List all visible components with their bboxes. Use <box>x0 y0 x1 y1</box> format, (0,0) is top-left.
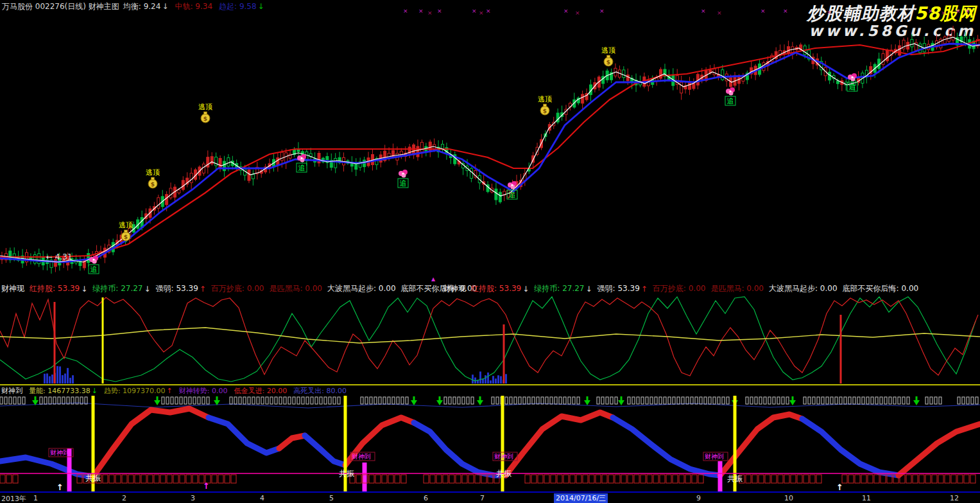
red-grid-box <box>660 475 665 483</box>
tick-box <box>615 397 617 404</box>
red-grid-box <box>692 475 697 483</box>
tick-box <box>884 397 887 404</box>
tick-box <box>930 397 933 404</box>
tick-box <box>49 397 51 404</box>
candlestick <box>836 81 839 84</box>
indicator-header-group-1: 财神现红持股: 53.39↓绿持币: 27.27↓强弱: 53.39↑百万抄底:… <box>443 283 918 294</box>
svg-text:$: $ <box>203 116 207 122</box>
red-grid-box <box>135 475 140 483</box>
tick-box <box>713 397 716 404</box>
tick-box <box>449 397 451 404</box>
volume-panel-chart[interactable]: 财神到财神到财神到财神到共振共振共振共振↑↑↑ <box>0 394 980 491</box>
indicator-value-2: 强弱: 53.39↑ <box>597 283 648 294</box>
candlestick <box>417 146 419 157</box>
tick-box <box>668 397 671 404</box>
tick-box <box>40 397 42 404</box>
red-grid-box <box>388 475 393 483</box>
candlestick <box>202 164 205 173</box>
tick-box <box>18 397 21 404</box>
rose-icon <box>726 87 735 96</box>
red-grid-box <box>589 475 594 483</box>
tick-box <box>171 397 173 404</box>
red-grid-box <box>628 475 633 483</box>
trend-ribbon <box>414 423 506 475</box>
axis-month-label: 1 <box>33 494 38 502</box>
indicator-value-6: 底部不买你后悔: 0.00 <box>843 283 919 294</box>
tick-box <box>193 397 196 404</box>
tick-box <box>862 397 864 404</box>
red-grid-box <box>154 475 159 483</box>
red-grid-box <box>608 475 614 483</box>
money-bag-icon: $ <box>604 55 613 66</box>
tick-box <box>839 397 842 404</box>
red-grid-box <box>0 475 5 483</box>
caishendao-label: 财神到 <box>705 453 724 460</box>
indicator-volume-bar <box>44 374 46 384</box>
red-grid-box <box>531 475 537 483</box>
buy-signal-arrow-icon <box>618 396 624 405</box>
candlestick <box>157 198 160 208</box>
indicator-volume-bar <box>472 375 474 384</box>
red-grid-box <box>103 475 108 483</box>
tick-box <box>650 397 653 404</box>
stock-trading-app: 万马股份 002276(日线) 财神主图 均衡: 9.24↓中轨: 9.34趋起… <box>0 0 980 503</box>
candlestick <box>87 253 90 262</box>
tick-box <box>925 397 928 404</box>
indicator-volume-bar <box>500 376 502 384</box>
axis-month-label: 11 <box>862 494 871 502</box>
crosshair-date-badge: 2014/07/16/三 <box>554 493 608 503</box>
red-grid-box <box>148 475 153 483</box>
tick-box <box>261 397 264 404</box>
indicator-volume-bar <box>49 376 51 384</box>
candlestick <box>280 152 283 161</box>
red-grid-box <box>951 475 956 483</box>
candlestick <box>318 154 320 163</box>
tick-box <box>709 397 711 404</box>
tick-box <box>162 397 164 404</box>
escape-top-label: 逃顶 <box>198 103 212 111</box>
time-axis[interactable]: 2013年 123456791011122014/07/16/三 <box>0 491 980 503</box>
tick-box <box>284 397 286 404</box>
tick-box <box>655 397 657 404</box>
red-grid-box <box>551 475 556 483</box>
tick-box <box>374 397 377 404</box>
tick-box <box>934 397 937 404</box>
red-grid-box <box>816 475 821 483</box>
tick-box <box>808 397 811 404</box>
tick-box <box>207 397 209 404</box>
indicator-volume-bar <box>479 371 481 384</box>
red-grid-box <box>848 475 854 483</box>
tick-box <box>311 397 313 404</box>
tick-box <box>962 397 965 404</box>
buy-signal-arrow-icon <box>32 396 39 405</box>
indicator-volume-bar <box>62 375 64 384</box>
indicator-volume-bar <box>72 375 74 384</box>
indicator-panel-chart[interactable] <box>0 295 980 384</box>
indicator-value-3: 百万抄底: 0.00 <box>211 283 264 294</box>
red-grid-box <box>698 475 703 483</box>
red-grid-box <box>225 475 230 483</box>
tick-box <box>866 397 869 404</box>
svg-text:$: $ <box>606 59 610 66</box>
candlestick <box>166 195 168 205</box>
indicator-header-group-0: 财神现红持股: 53.39↓绿持币: 27.27↓强弱: 53.39↑百万抄底:… <box>1 283 477 294</box>
red-grid-box <box>382 475 387 483</box>
red-grid-box <box>475 475 480 483</box>
caishendao-label: 财神到 <box>50 449 69 456</box>
tick-box <box>388 397 390 404</box>
tick-box <box>559 397 562 404</box>
red-grid-box <box>570 475 575 483</box>
candlestick <box>886 50 888 61</box>
trend-arrow-icon: ↓ <box>81 285 87 294</box>
resonance-label: 共振 <box>85 473 101 482</box>
candlestick <box>190 173 193 183</box>
red-grid-box <box>653 475 658 483</box>
tick-box <box>764 397 766 404</box>
red-grid-box <box>186 475 191 483</box>
red-grid-box <box>958 475 963 483</box>
red-grid-box <box>576 475 581 483</box>
trend-ribbon <box>209 418 279 453</box>
candlestick-chart[interactable]: $逃顶$逃顶$逃顶$逃顶$逃顶追追追追追追← 4.31▲ <box>0 13 980 283</box>
red-grid-box <box>666 475 671 483</box>
tick-box <box>759 397 762 404</box>
